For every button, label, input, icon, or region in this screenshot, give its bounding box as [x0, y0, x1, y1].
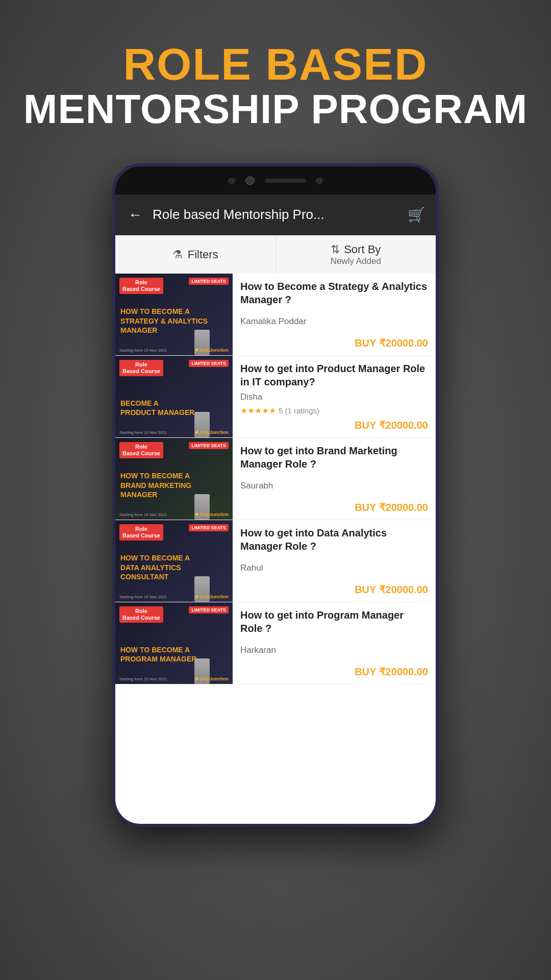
course-item[interactable]: RoleBased Course LIMITED SEATS Become aP…	[115, 356, 436, 438]
thumb-date: Starting form 15 Nov 2021	[119, 348, 167, 353]
thumb-limited-badge: LIMITED SEATS	[189, 442, 229, 449]
thumb-logo: ⚡SnipJunction	[194, 676, 229, 681]
course-item[interactable]: RoleBased Course LIMITED SEATS How to Be…	[115, 438, 436, 520]
course-title: How to get into Program Manager Role ?	[240, 608, 428, 635]
course-info: How to get into Program Manager Role ? H…	[233, 602, 436, 684]
thumb-limited-badge: LIMITED SEATS	[189, 278, 229, 285]
course-author: Rahul	[240, 563, 428, 573]
cart-icon[interactable]: 🛒	[408, 206, 425, 223]
hero-line2: MENTORSHIP PROGRAM	[0, 88, 551, 131]
course-rating: ★★★★★ 5 (1 ratings)	[240, 406, 428, 415]
thumb-date: Starting form 15 Nov 2021	[119, 595, 167, 599]
filter-button[interactable]: ⚗ Filters	[115, 235, 276, 274]
thumb-limited-badge: LIMITED SEATS	[189, 360, 229, 367]
course-price: BUY ₹20000.00	[240, 419, 428, 431]
stars: ★★★★★	[240, 406, 276, 415]
notch-sensor	[228, 177, 235, 184]
sort-label: Sort By	[344, 243, 381, 256]
thumb-logo: ⚡SnipJunction	[194, 348, 229, 353]
thumb-limited-badge: LIMITED SEATS	[189, 524, 229, 531]
phone-container: ← Role based Mentorship Pro... 🛒 ⚗ Filte…	[112, 163, 439, 827]
filter-label: Filters	[188, 248, 218, 261]
filter-sort-bar: ⚗ Filters ⇅ Sort By Newly Added	[115, 235, 436, 274]
course-title: How to get into Product Manager Role in …	[240, 362, 428, 388]
course-author: Kamalika Poddar	[240, 316, 428, 327]
thumb-logo: ⚡SnipJunction	[194, 430, 229, 435]
nav-bar: ← Role based Mentorship Pro... 🛒	[115, 194, 436, 235]
course-info: How to get into Data Analytics Manager R…	[233, 520, 436, 602]
course-info: How to get into Brand Marketing Manager …	[233, 438, 436, 520]
course-info: How to get into Product Manager Role in …	[233, 356, 436, 437]
thumb-badge: RoleBased Course	[119, 278, 163, 294]
course-thumbnail: RoleBased Course LIMITED SEATS How to Be…	[115, 602, 233, 684]
thumb-title: How to Become aStrategy & AnalyticsManag…	[120, 307, 228, 335]
thumb-logo: ⚡SnipJunction	[194, 512, 229, 517]
course-title: How to get into Brand Marketing Manager …	[240, 444, 428, 471]
course-info: How to Become a Strategy & Analytics Man…	[233, 274, 436, 355]
hero-section: ROLE BASED MENTORSHIP PROGRAM	[0, 41, 551, 131]
filter-icon: ⚗	[172, 248, 183, 261]
course-list: RoleBased Course LIMITED SEATS How to Be…	[115, 274, 436, 824]
sort-button[interactable]: ⇅ Sort By Newly Added	[276, 235, 436, 274]
notch-speaker	[265, 179, 306, 183]
thumb-badge: RoleBased Course	[119, 442, 163, 458]
hero-line1: ROLE BASED	[0, 41, 551, 88]
app-screen: ← Role based Mentorship Pro... 🛒 ⚗ Filte…	[115, 194, 436, 824]
thumb-title: How to Become aBrand MarketingManager	[120, 471, 228, 499]
thumb-logo: ⚡SnipJunction	[194, 594, 229, 599]
course-price: BUY ₹20000.00	[240, 337, 428, 349]
course-title: How to Become a Strategy & Analytics Man…	[240, 280, 428, 306]
course-thumbnail: RoleBased Course LIMITED SEATS How to Be…	[115, 520, 233, 602]
thumb-date: Starting form 15 Nov 2021	[119, 430, 167, 435]
phone-notch	[115, 166, 436, 194]
course-item[interactable]: RoleBased Course LIMITED SEATS How to Be…	[115, 602, 436, 684]
notch-sensor2	[316, 177, 323, 184]
thumb-date: Starting form 15 Nov 2021	[119, 677, 167, 681]
sort-sub-label: Newly Added	[331, 256, 381, 266]
course-thumbnail: RoleBased Course LIMITED SEATS How to Be…	[115, 438, 233, 520]
sort-icon: ⇅	[331, 243, 340, 256]
thumb-title: How to Become aData AnalyticsConsultant	[120, 553, 228, 581]
course-thumbnail: RoleBased Course LIMITED SEATS Become aP…	[115, 356, 233, 437]
course-price: BUY ₹20000.00	[240, 666, 428, 678]
nav-title: Role based Mentorship Pro...	[153, 207, 400, 223]
course-price: BUY ₹20000.00	[240, 501, 428, 513]
rating-count: 5 (1 ratings)	[279, 406, 319, 415]
course-item[interactable]: RoleBased Course LIMITED SEATS How to Be…	[115, 520, 436, 602]
back-button[interactable]: ←	[126, 204, 145, 226]
thumb-title: How to Become aProgram Manager	[120, 645, 228, 664]
phone-frame: ← Role based Mentorship Pro... 🛒 ⚗ Filte…	[112, 163, 439, 827]
course-thumbnail: RoleBased Course LIMITED SEATS How to Be…	[115, 274, 233, 355]
notch-camera	[245, 176, 255, 185]
course-price: BUY ₹20000.00	[240, 583, 428, 596]
course-author: Disha	[240, 392, 428, 402]
course-author: Harkaran	[240, 645, 428, 655]
course-author: Saurabh	[240, 481, 428, 491]
thumb-title: Become aProduct Manager	[120, 399, 228, 417]
thumb-limited-badge: LIMITED SEATS	[189, 606, 229, 614]
thumb-badge: RoleBased Course	[119, 606, 163, 623]
thumb-date: Starting form 15 Nov 2021	[119, 512, 167, 517]
thumb-badge: RoleBased Course	[119, 524, 163, 541]
course-item[interactable]: RoleBased Course LIMITED SEATS How to Be…	[115, 274, 436, 356]
thumb-badge: RoleBased Course	[119, 360, 163, 376]
course-title: How to get into Data Analytics Manager R…	[240, 526, 428, 553]
